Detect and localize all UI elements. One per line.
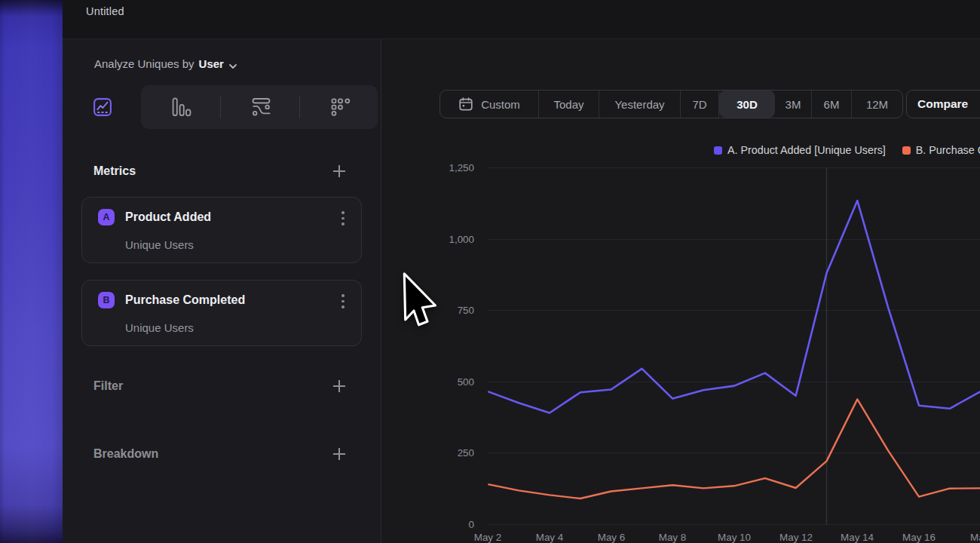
svg-text:1,250: 1,250	[449, 162, 474, 173]
svg-text:May 10: May 10	[718, 532, 751, 543]
svg-text:May 16: May 16	[902, 532, 936, 543]
svg-text:750: 750	[458, 305, 474, 316]
svg-text:Ma: Ma	[970, 532, 980, 543]
svg-text:May 6: May 6	[598, 532, 625, 543]
svg-text:May 14: May 14	[841, 532, 874, 543]
svg-text:0: 0	[469, 519, 474, 530]
svg-text:1,000: 1,000	[449, 234, 474, 245]
svg-text:May 12: May 12	[779, 532, 813, 543]
svg-text:May 8: May 8	[659, 532, 686, 543]
svg-text:May 4: May 4	[536, 532, 564, 543]
svg-text:500: 500	[458, 376, 474, 388]
svg-text:250: 250	[458, 447, 474, 459]
svg-text:May 2: May 2	[474, 532, 501, 543]
